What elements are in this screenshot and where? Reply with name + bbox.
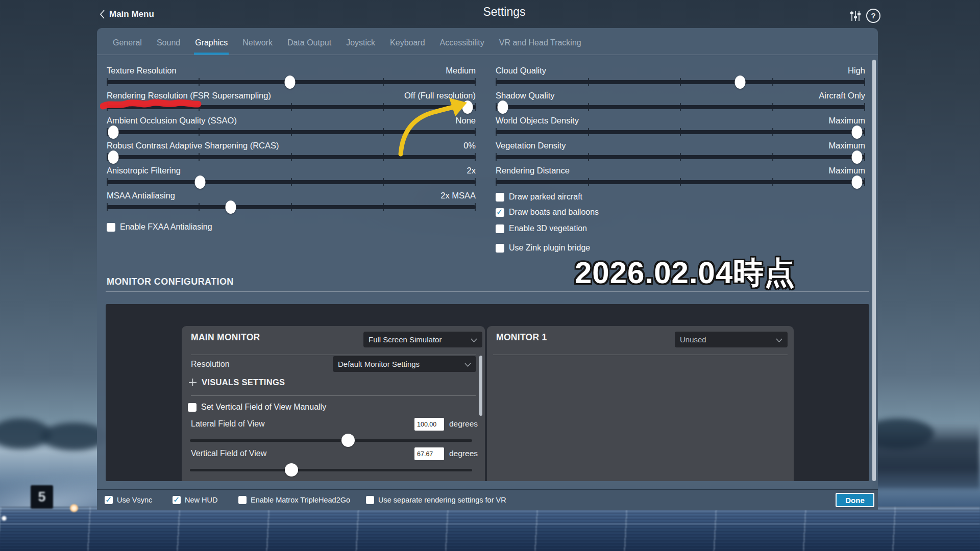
checkbox-label: New HUD bbox=[185, 496, 217, 504]
slider-knob[interactable] bbox=[735, 76, 746, 89]
slider-value: Aircraft Only bbox=[819, 91, 865, 101]
page-title: Settings bbox=[453, 5, 555, 19]
matrox-triplehead-row[interactable]: Enable Matrox TripleHead2Go bbox=[238, 496, 350, 504]
set-vfov-manually-row[interactable]: Set Vertical Field of View Manually bbox=[188, 400, 326, 414]
checkbox-label: Use separate rendering settings for VR bbox=[378, 496, 506, 504]
settings-sliders-icon[interactable] bbox=[849, 9, 862, 24]
cloud-quality-slider[interactable] bbox=[496, 78, 865, 87]
rendering-distance-row: Rendering Distance Maximum bbox=[496, 164, 865, 189]
tab-graphics[interactable]: Graphics bbox=[194, 38, 229, 55]
msaa-slider[interactable] bbox=[107, 203, 476, 212]
checkbox[interactable] bbox=[238, 496, 247, 504]
slider-track bbox=[496, 105, 865, 109]
tab-keyboard[interactable]: Keyboard bbox=[389, 38, 426, 55]
vertical-fov-label: Vertical Field of View bbox=[191, 449, 266, 458]
checkbox-label: Draw boats and balloons bbox=[509, 208, 599, 217]
checkbox[interactable] bbox=[496, 224, 504, 233]
slider-knob[interactable] bbox=[285, 76, 296, 89]
vertical-fov-slider[interactable] bbox=[190, 465, 472, 474]
slider-knob[interactable] bbox=[194, 176, 205, 189]
tab-accessibility[interactable]: Accessibility bbox=[439, 38, 485, 55]
draw-parked-aircraft-row[interactable]: Draw parked aircraft bbox=[496, 190, 865, 204]
slider-knob[interactable] bbox=[341, 434, 355, 447]
use-vsync-row[interactable]: Use Vsync bbox=[105, 496, 152, 504]
vr-rendering-settings-row[interactable]: Use separate rendering settings for VR bbox=[366, 496, 506, 504]
checkbox[interactable] bbox=[173, 496, 181, 504]
anisotropic-filtering-row: Anisotropic Filtering 2x bbox=[107, 164, 476, 189]
tab-sound[interactable]: Sound bbox=[156, 38, 181, 55]
back-to-main-menu-button[interactable]: Main Menu bbox=[100, 9, 154, 19]
slider-track bbox=[190, 439, 472, 442]
checkbox-label: Use Zink plugin bridge bbox=[509, 243, 590, 253]
main-monitor-title: MAIN MONITOR bbox=[191, 332, 260, 343]
slider-value: Maximum bbox=[828, 166, 865, 176]
slider-knob[interactable] bbox=[225, 201, 236, 214]
visuals-settings-expander[interactable]: VISUALS SETTINGS bbox=[189, 378, 285, 387]
enable-3d-vegetation-row[interactable]: Enable 3D vegetation bbox=[496, 222, 865, 235]
draw-boats-balloons-row[interactable]: Draw boats and balloons bbox=[496, 206, 865, 219]
tab-network[interactable]: Network bbox=[241, 38, 274, 55]
checkbox-label: Enable 3D vegetation bbox=[509, 224, 587, 233]
fxaa-checkbox-row[interactable]: Enable FXAA Antialiasing bbox=[107, 220, 476, 234]
lateral-fov-label: Lateral Field of View bbox=[191, 419, 265, 429]
tab-general[interactable]: General bbox=[112, 38, 143, 55]
checkbox[interactable] bbox=[366, 496, 374, 504]
slider-label: Vegetation Density bbox=[496, 141, 566, 151]
checkbox[interactable] bbox=[496, 244, 504, 253]
tab-vr-head-tracking[interactable]: VR and Head Tracking bbox=[498, 38, 582, 55]
new-hud-row[interactable]: New HUD bbox=[173, 496, 217, 504]
checkbox[interactable] bbox=[496, 208, 504, 217]
help-icon[interactable] bbox=[866, 9, 880, 23]
checkbox-label: Set Vertical Field of View Manually bbox=[201, 403, 326, 412]
slider-knob[interactable] bbox=[852, 126, 863, 139]
slider-track bbox=[496, 80, 865, 84]
checkbox[interactable] bbox=[496, 193, 504, 202]
vegetation-density-slider[interactable] bbox=[496, 153, 865, 162]
settings-tab-bar: General Sound Graphics Network Data Outp… bbox=[97, 28, 878, 55]
slider-value: Maximum bbox=[828, 116, 865, 126]
texture-resolution-slider[interactable] bbox=[107, 78, 476, 87]
chevron-down-icon bbox=[776, 335, 782, 344]
anisotropic-filtering-slider[interactable] bbox=[107, 178, 476, 187]
slider-knob[interactable] bbox=[108, 126, 119, 139]
slider-label: Rendering Distance bbox=[496, 166, 570, 176]
slider-label: Anisotropic Filtering bbox=[107, 166, 181, 176]
monitor-1-mode-dropdown[interactable]: Unused bbox=[675, 332, 788, 347]
slider-label: MSAA Antialiasing bbox=[107, 191, 175, 201]
red-underline-annotation bbox=[100, 98, 202, 112]
visuals-settings-label: VISUALS SETTINGS bbox=[202, 378, 285, 387]
taxiway-light bbox=[1, 515, 7, 521]
done-button[interactable]: Done bbox=[836, 493, 874, 507]
slider-knob[interactable] bbox=[285, 463, 298, 477]
plus-icon bbox=[189, 379, 197, 386]
checkbox[interactable] bbox=[188, 403, 197, 412]
slider-knob[interactable] bbox=[852, 151, 863, 164]
tab-joystick[interactable]: Joystick bbox=[345, 38, 376, 55]
slider-track bbox=[107, 205, 476, 209]
slider-track bbox=[190, 469, 472, 471]
slider-value: Maximum bbox=[828, 141, 865, 151]
checkbox[interactable] bbox=[105, 496, 113, 504]
vertical-fov-input[interactable] bbox=[414, 447, 444, 460]
slider-knob[interactable] bbox=[108, 151, 119, 164]
checkbox-label: Draw parked aircraft bbox=[509, 192, 582, 202]
slider-knob[interactable] bbox=[498, 101, 508, 114]
resolution-dropdown[interactable]: Default Monitor Settings bbox=[333, 356, 476, 372]
panel-scrollbar[interactable] bbox=[872, 60, 876, 481]
chevron-down-icon bbox=[464, 360, 471, 369]
pavement-line bbox=[0, 523, 980, 524]
tab-data-output[interactable]: Data Output bbox=[286, 38, 332, 55]
rendering-distance-slider[interactable] bbox=[496, 178, 865, 187]
card-scrollbar[interactable] bbox=[479, 356, 482, 416]
shadow-quality-slider[interactable] bbox=[496, 103, 865, 112]
dropdown-value: Full Screen Simulator bbox=[369, 335, 442, 344]
divider bbox=[191, 355, 476, 355]
checkbox[interactable] bbox=[107, 223, 115, 232]
slider-knob[interactable] bbox=[852, 176, 863, 189]
lateral-fov-input[interactable] bbox=[414, 418, 444, 431]
world-objects-density-slider[interactable] bbox=[496, 128, 865, 137]
main-monitor-mode-dropdown[interactable]: Full Screen Simulator bbox=[363, 332, 482, 347]
degrees-label: degrees bbox=[449, 449, 478, 458]
date-annotation: 2026.02.04時点 bbox=[575, 253, 795, 294]
lateral-fov-slider[interactable] bbox=[190, 436, 472, 445]
